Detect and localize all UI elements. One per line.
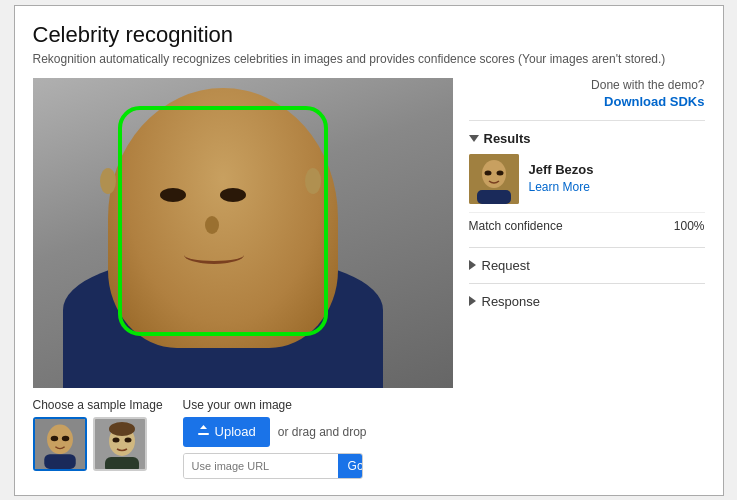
confidence-row: Match confidence 100% bbox=[469, 212, 705, 239]
result-info: Jeff Bezos Learn More bbox=[529, 162, 705, 195]
svg-point-1 bbox=[47, 424, 73, 454]
upload-row: Upload or drag and drop bbox=[183, 417, 453, 447]
request-label: Request bbox=[482, 258, 530, 273]
response-header[interactable]: Response bbox=[469, 290, 705, 313]
upload-icon bbox=[197, 424, 210, 440]
url-input[interactable] bbox=[184, 454, 338, 478]
download-sdk-link[interactable]: Download SDKs bbox=[604, 94, 704, 109]
sample-thumb-2[interactable] bbox=[93, 417, 147, 471]
url-input-row: Go bbox=[183, 453, 363, 479]
confidence-value: 100% bbox=[674, 219, 705, 233]
result-card: Jeff Bezos Learn More bbox=[469, 154, 705, 204]
svg-point-16 bbox=[496, 170, 503, 175]
done-text: Done with the demo? bbox=[469, 78, 705, 92]
svg-point-15 bbox=[484, 170, 491, 175]
right-panel: Done with the demo? Download SDKs Result… bbox=[469, 78, 705, 479]
response-label: Response bbox=[482, 294, 541, 309]
sample-images-row bbox=[33, 417, 163, 471]
request-header[interactable]: Request bbox=[469, 254, 705, 277]
sample-images-section: Choose a sample Image bbox=[33, 398, 163, 471]
sdk-section: Done with the demo? Download SDKs bbox=[469, 78, 705, 121]
or-drag-text: or drag and drop bbox=[278, 425, 367, 439]
svg-point-4 bbox=[61, 435, 68, 441]
learn-more-link[interactable]: Learn More bbox=[529, 180, 590, 194]
sample-face-2-svg bbox=[95, 419, 147, 471]
main-container: Celebrity recognition Rekognition automa… bbox=[14, 5, 724, 496]
results-section: Results Jeff Bezos bbox=[469, 131, 705, 239]
own-image-section: Use your own image Upload or drag a bbox=[183, 398, 453, 479]
svg-rect-2 bbox=[44, 454, 75, 469]
bottom-controls: Choose a sample Image bbox=[33, 398, 453, 479]
result-thumbnail bbox=[469, 154, 519, 204]
page-subtitle: Rekognition automatically recognizes cel… bbox=[33, 52, 705, 66]
main-image bbox=[33, 78, 453, 388]
confidence-label: Match confidence bbox=[469, 219, 563, 233]
sample-face-2 bbox=[95, 419, 145, 469]
response-section: Response bbox=[469, 283, 705, 319]
svg-point-3 bbox=[50, 435, 57, 441]
response-expand-icon bbox=[469, 296, 476, 306]
request-expand-icon bbox=[469, 260, 476, 270]
svg-rect-11 bbox=[198, 433, 209, 435]
request-section: Request bbox=[469, 247, 705, 283]
upload-button[interactable]: Upload bbox=[183, 417, 270, 447]
face-detection-box bbox=[118, 106, 328, 336]
sample-face-1 bbox=[35, 419, 85, 469]
sample-label: Choose a sample Image bbox=[33, 398, 163, 412]
own-image-label: Use your own image bbox=[183, 398, 453, 412]
svg-point-8 bbox=[109, 422, 135, 436]
upload-label: Upload bbox=[215, 424, 256, 439]
svg-point-10 bbox=[124, 437, 131, 442]
sample-face-1-svg bbox=[35, 417, 85, 471]
ear-left bbox=[100, 168, 116, 194]
left-panel: Choose a sample Image bbox=[33, 78, 453, 479]
results-header[interactable]: Results bbox=[469, 131, 705, 146]
sample-thumb-1[interactable] bbox=[33, 417, 87, 471]
svg-rect-14 bbox=[477, 190, 511, 204]
results-expand-icon bbox=[469, 135, 479, 142]
page-title: Celebrity recognition bbox=[33, 22, 705, 48]
results-label: Results bbox=[484, 131, 531, 146]
celebrity-name: Jeff Bezos bbox=[529, 162, 705, 177]
content-area: Choose a sample Image bbox=[33, 78, 705, 479]
result-face-svg bbox=[469, 154, 519, 204]
svg-rect-7 bbox=[105, 457, 139, 471]
go-button[interactable]: Go bbox=[338, 454, 363, 478]
svg-point-9 bbox=[112, 437, 119, 442]
